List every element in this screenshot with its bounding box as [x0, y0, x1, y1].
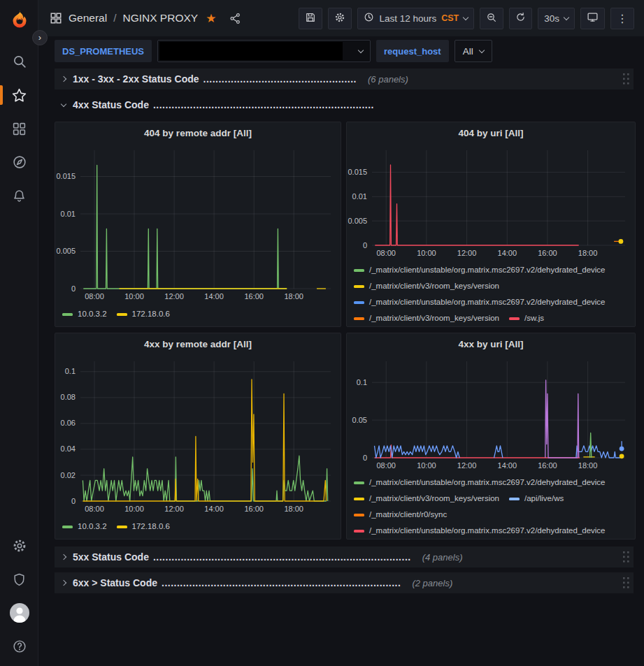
row-title-dots: ........................................…: [162, 577, 401, 588]
search-icon: [12, 54, 27, 69]
chart-4xx-by-uri[interactable]: 00.050.108:0010:0012:0014:0016:0018:00: [347, 354, 635, 473]
sidebar-item-dashboards[interactable]: [0, 112, 38, 145]
sidebar-item-profile[interactable]: [0, 596, 38, 630]
legend-label[interactable]: 10.0.3.2: [78, 306, 107, 322]
chart-4xx-by-remote-addr[interactable]: 00.020.040.060.080.108:0010:0012:0014:00…: [55, 354, 341, 516]
legend-item[interactable]: /sw.js: [509, 310, 544, 326]
chart-404-by-remote-addr[interactable]: 00.0050.010.01508:0010:0012:0014:0016:00…: [55, 143, 341, 304]
legend-label[interactable]: /sw.js: [524, 310, 544, 326]
chart-canvas[interactable]: 00.0050.010.01508:0010:0012:0014:0016:00…: [347, 143, 635, 261]
tv-mode-button[interactable]: [580, 8, 605, 29]
legend-swatch: [354, 514, 364, 516]
row-6xx[interactable]: 6xx > Status Code ......................…: [55, 572, 634, 593]
grafana-logo-icon[interactable]: [8, 8, 31, 31]
legend-label[interactable]: /_matrix/client/unstable/org.matrix.msc2…: [369, 262, 606, 278]
drag-handle-icon[interactable]: [623, 551, 629, 563]
sidebar-item-server-admin[interactable]: [0, 563, 38, 596]
legend-item[interactable]: 10.0.3.2: [62, 519, 107, 535]
chevron-down-icon: [358, 48, 364, 53]
row-title: 6xx > Status Code: [73, 577, 157, 588]
row-title-dots: ........................................…: [153, 551, 411, 563]
chart-canvas[interactable]: 00.050.108:0010:0012:0014:0016:0018:00: [347, 354, 635, 473]
legend-label[interactable]: /_matrix/client/unstable/org.matrix.msc2…: [369, 475, 606, 491]
refresh-interval-picker[interactable]: 30s: [538, 8, 575, 29]
legend-label[interactable]: /_matrix/client/unstable/org.matrix.msc2…: [369, 523, 606, 539]
zoom-out-button[interactable]: [480, 8, 503, 29]
legend-item[interactable]: /_matrix/client/v3/room_keys/version: [354, 278, 499, 294]
drag-handle-icon[interactable]: [623, 73, 629, 85]
sidebar-item-help[interactable]: [0, 630, 38, 663]
legend-item[interactable]: /_matrix/client/v3/room_keys/version: [354, 491, 499, 507]
sidebar-item-search[interactable]: [0, 45, 38, 78]
legend-label[interactable]: 10.0.3.2: [78, 519, 107, 535]
breadcrumb-dashboard-title[interactable]: NGINX PROXY: [122, 12, 198, 24]
avatar: [9, 602, 30, 623]
sidebar-item-explore[interactable]: [0, 145, 38, 179]
breadcrumb-folder[interactable]: General: [69, 12, 107, 24]
row-panel-count: (4 panels): [422, 552, 463, 563]
legend-item[interactable]: /_matrix/client/unstable/org.matrix.msc2…: [354, 523, 606, 539]
variables-bar: DS_PROMETHEUS request_host All: [38, 36, 644, 66]
legend-item[interactable]: /_matrix/client/unstable/org.matrix.msc2…: [354, 262, 606, 278]
legend-item[interactable]: 10.0.3.2: [62, 306, 107, 322]
legend-label[interactable]: 172.18.0.6: [132, 519, 170, 535]
sidebar-item-alerting[interactable]: [0, 179, 38, 212]
legend-label[interactable]: /_matrix/client/v3/room_keys/version: [369, 278, 499, 294]
refresh-button[interactable]: [509, 8, 532, 29]
chart-canvas[interactable]: 00.0050.010.01508:0010:0012:0014:0016:00…: [55, 143, 341, 304]
panel-404-by-uri: 404 by uri [All] 00.0050.010.01508:0010:…: [346, 122, 636, 327]
panel-title[interactable]: 4xx by remote addr [All]: [55, 333, 341, 354]
variable-ds-prometheus-label[interactable]: DS_PROMETHEUS: [55, 40, 152, 62]
sidebar-expand-button[interactable]: ›: [32, 30, 48, 45]
save-dashboard-button[interactable]: [299, 8, 322, 29]
legend-item[interactable]: 172.18.0.6: [117, 519, 170, 535]
legend-swatch: [354, 285, 364, 288]
legend-label[interactable]: /_matrix/client/r0/sync: [369, 507, 447, 523]
row-4xx[interactable]: 4xx Status Code ........................…: [55, 95, 634, 115]
legend-item[interactable]: /_matrix/client/unstable/org.matrix.msc2…: [354, 294, 606, 310]
legend-label[interactable]: /_matrix/client/v3/room_keys/version: [369, 491, 499, 507]
variable-ds-prometheus-select[interactable]: [157, 40, 371, 62]
legend-label[interactable]: /_matrix/client/v3/room_keys/version: [369, 310, 499, 326]
panel-4xx-by-remote-addr: 4xx by remote addr [All] 00.020.040.060.…: [55, 333, 341, 540]
chart-canvas[interactable]: 00.020.040.060.080.108:0010:0012:0014:00…: [55, 354, 341, 516]
variable-request-host-select[interactable]: All: [455, 40, 492, 62]
svg-text:14:00: 14:00: [204, 292, 224, 301]
legend-item[interactable]: /_matrix/client/unstable/org.matrix.msc2…: [354, 475, 606, 491]
variable-request-host-label[interactable]: request_host: [376, 40, 449, 62]
legend-item[interactable]: /api/live/ws: [509, 491, 564, 507]
svg-text:0.02: 0.02: [61, 471, 76, 479]
sidebar-item-starred[interactable]: [0, 78, 38, 112]
favorite-star-icon[interactable]: ★: [206, 11, 216, 26]
refresh-interval-label: 30s: [544, 13, 559, 24]
svg-text:0.005: 0.005: [348, 217, 367, 225]
panel-title[interactable]: 4xx by uri [All]: [347, 333, 635, 354]
sidebar-item-configuration[interactable]: [0, 529, 38, 563]
legend-item[interactable]: 172.18.0.6: [117, 306, 170, 322]
header-toolbar: Last 12 hours CST: [299, 8, 634, 29]
legend-swatch: [117, 313, 127, 316]
dashboard-header: General / NGINX PROXY ★: [38, 0, 644, 36]
share-icon[interactable]: [229, 13, 241, 24]
legend-swatch: [509, 498, 520, 500]
panel-title[interactable]: 404 by uri [All]: [347, 122, 635, 143]
legend-label[interactable]: 172.18.0.6: [132, 306, 170, 322]
dashboard-settings-button[interactable]: [328, 8, 352, 29]
time-range-picker[interactable]: Last 12 hours CST: [357, 8, 474, 29]
legend-label[interactable]: /_matrix/client/unstable/org.matrix.msc2…: [369, 294, 606, 310]
chart-404-by-uri[interactable]: 00.0050.010.01508:0010:0012:0014:0016:00…: [347, 143, 635, 261]
more-options-button[interactable]: ⋮: [610, 8, 634, 29]
svg-text:10:00: 10:00: [124, 292, 144, 301]
legend-item[interactable]: /_matrix/client/v3/room_keys/version: [354, 310, 499, 326]
svg-text:12:00: 12:00: [457, 249, 477, 257]
dashboards-grid-icon: [12, 122, 27, 136]
row-1xx-3xx-2xx[interactable]: 1xx - 3xx - 2xx Status Code ............…: [55, 68, 634, 89]
time-range-label: Last 12 hours: [379, 13, 436, 24]
svg-text:08:00: 08:00: [85, 292, 104, 301]
row-5xx[interactable]: 5xx Status Code ........................…: [55, 546, 634, 567]
drag-handle-icon[interactable]: [623, 577, 629, 588]
panel-title[interactable]: 404 by remote addr [All]: [55, 122, 341, 143]
svg-text:0.01: 0.01: [61, 210, 76, 218]
legend-label[interactable]: /api/live/ws: [524, 491, 564, 507]
legend-item[interactable]: /_matrix/client/r0/sync: [354, 507, 447, 523]
